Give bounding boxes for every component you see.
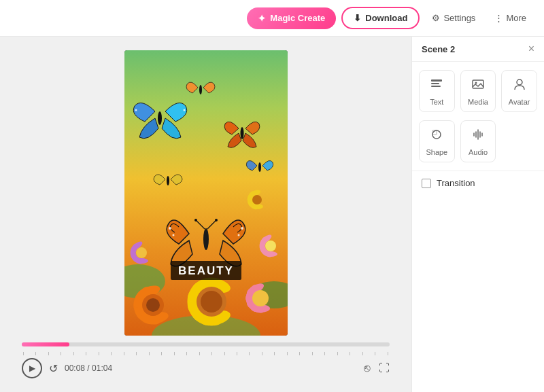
tick [350, 352, 350, 355]
tool-media[interactable]: Media [460, 70, 496, 112]
svg-point-34 [136, 247, 147, 258]
tool-avatar[interactable]: Avatar [501, 70, 537, 112]
download-icon: ⬇ [354, 13, 361, 23]
download-label: Download [365, 13, 407, 23]
audio-icon [471, 128, 485, 145]
tick [312, 352, 313, 355]
tick [99, 352, 99, 355]
svg-text:BEAUTY: BEAUTY [178, 264, 234, 277]
empty-slot [501, 120, 537, 162]
tick [375, 352, 375, 355]
svg-point-49 [241, 227, 243, 230]
tick [136, 352, 137, 355]
avatar-tool-label: Avatar [509, 98, 530, 106]
tick [262, 352, 262, 355]
magic-create-label: Magic Create [270, 13, 325, 23]
video-preview: BEAUTY [124, 50, 288, 336]
tick [35, 352, 36, 355]
svg-point-48 [172, 234, 174, 236]
media-tool-label: Media [468, 98, 488, 106]
shape-tool-label: Shape [426, 148, 447, 156]
tick [224, 352, 225, 355]
svg-point-53 [194, 219, 197, 221]
more-label: More [506, 13, 526, 23]
tool-text[interactable]: Text [419, 70, 455, 112]
svg-point-13 [201, 291, 222, 313]
fullscreen-icon: ⛶ [379, 362, 390, 374]
tool-shape[interactable]: Shape [419, 120, 455, 162]
panel-header: Scene 2 × [412, 37, 544, 62]
text-icon [430, 77, 443, 94]
transition-checkbox[interactable] [422, 179, 431, 188]
tick [299, 352, 300, 355]
text-tool-label: Text [430, 98, 443, 106]
tick [23, 352, 24, 355]
audio-tool-label: Audio [469, 148, 488, 156]
svg-point-61 [258, 162, 261, 172]
tick [86, 352, 86, 355]
tick [211, 352, 212, 355]
main-content: BEAUTY [0, 37, 544, 392]
tick [237, 352, 237, 355]
settings-label: Settings [443, 13, 475, 23]
replay-button[interactable]: ↺ [49, 362, 58, 375]
tick-marks [22, 352, 390, 355]
tick [174, 352, 175, 355]
tick [48, 352, 49, 355]
tick [111, 352, 112, 355]
tool-audio[interactable]: Audio [460, 120, 496, 162]
download-button[interactable]: ⬇ Download [341, 7, 420, 29]
svg-point-57 [183, 109, 185, 111]
share-icon: ⎋ [364, 362, 371, 374]
svg-point-70 [517, 79, 522, 85]
svg-point-28 [252, 290, 269, 306]
tick [249, 352, 250, 355]
svg-rect-65 [431, 79, 442, 82]
play-icon: ▶ [29, 363, 35, 373]
progress-bar-fill [22, 342, 69, 346]
tick [73, 352, 74, 355]
svg-point-21 [146, 298, 160, 312]
scene-svg: BEAUTY [124, 50, 288, 336]
tick [287, 352, 288, 355]
settings-button[interactable]: ⚙ Settings [425, 8, 482, 28]
sparkle-icon: ✦ [258, 13, 266, 24]
tick [61, 352, 61, 355]
media-icon [471, 77, 485, 94]
shape-icon [430, 128, 443, 145]
transition-label[interactable]: Transition [422, 178, 534, 188]
fullscreen-button[interactable]: ⛶ [379, 362, 390, 374]
more-icon: ⋮ [494, 13, 503, 23]
right-panel: Scene 2 × Text [411, 37, 544, 392]
tick [324, 352, 325, 355]
tick [124, 352, 124, 355]
tick [199, 352, 200, 355]
svg-point-56 [135, 109, 137, 111]
toolbar: ✦ Magic Create ⬇ Download ⚙ Settings ⋮ M… [0, 0, 544, 37]
more-button[interactable]: ⋮ More [488, 8, 533, 28]
svg-point-55 [215, 219, 218, 221]
tick [362, 352, 363, 355]
panel-tools-row1: Text Media [412, 62, 544, 120]
svg-point-60 [199, 85, 202, 94]
play-button[interactable]: ▶ [22, 358, 42, 378]
panel-title: Scene 2 [422, 44, 455, 54]
svg-point-62 [167, 176, 169, 185]
svg-point-47 [169, 227, 171, 230]
svg-point-59 [240, 127, 243, 139]
tick [274, 352, 275, 355]
svg-point-46 [252, 195, 262, 204]
svg-point-51 [203, 228, 209, 250]
transition-section: Transition [412, 171, 544, 195]
transition-text: Transition [437, 178, 475, 188]
progress-bar-container[interactable] [22, 342, 390, 346]
svg-point-50 [237, 234, 239, 236]
panel-close-button[interactable]: × [528, 43, 534, 54]
magic-create-button[interactable]: ✦ Magic Create [247, 7, 336, 29]
tick [186, 352, 187, 355]
panel-tools-row2: Shape Audio [412, 120, 544, 171]
svg-point-58 [158, 111, 162, 125]
replay-icon: ↺ [49, 363, 58, 374]
center-area: BEAUTY [0, 37, 411, 392]
share-button[interactable]: ⎋ [364, 362, 371, 374]
